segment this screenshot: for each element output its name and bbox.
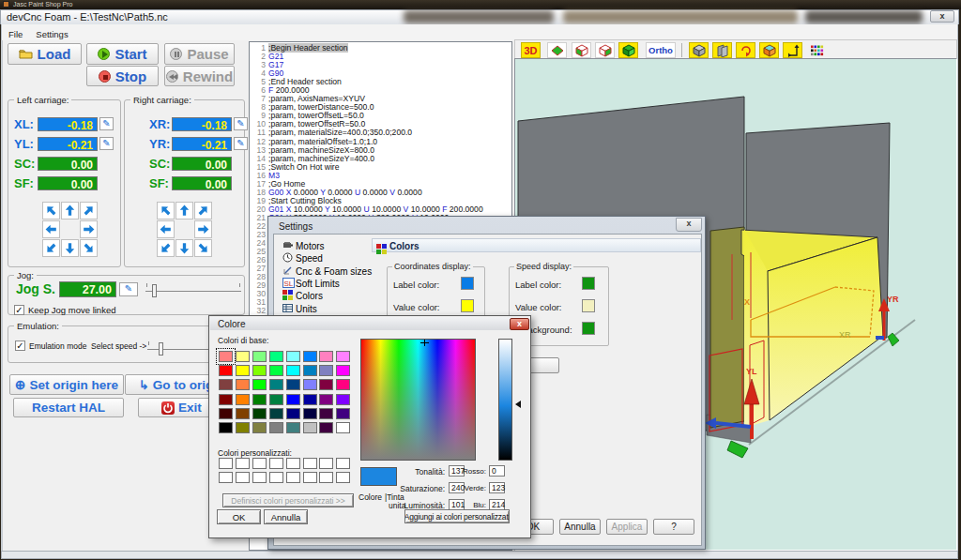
show-material-icon[interactable]: [759, 42, 779, 58]
jog-arrow-button-↑[interactable]: [175, 202, 193, 219]
custom-color-swatch[interactable]: [219, 472, 233, 483]
view-top-icon[interactable]: [547, 42, 567, 58]
ortho-button[interactable]: Ortho: [646, 42, 676, 58]
basic-color-swatch[interactable]: [303, 422, 317, 433]
basic-color-swatch[interactable]: [219, 408, 233, 419]
define-custom-colors-button[interactable]: Definisci colori personalizzati >>: [222, 493, 354, 507]
jog-arrow-button-←[interactable]: [42, 220, 60, 238]
settings-annulla-button[interactable]: Annulla: [559, 519, 601, 535]
basic-color-swatch[interactable]: [252, 351, 267, 362]
jog-arrow-button-↓[interactable]: [61, 239, 79, 257]
field-value[interactable]: 0: [489, 465, 505, 477]
basic-color-swatch[interactable]: [336, 394, 350, 405]
jog-arrow-button-↖[interactable]: [157, 202, 175, 219]
basic-color-swatch[interactable]: [219, 422, 233, 433]
basic-color-swatch[interactable]: [286, 379, 300, 390]
field-value[interactable]: 240: [449, 482, 465, 493]
basic-color-swatch[interactable]: [219, 379, 233, 390]
basic-color-swatch[interactable]: [319, 408, 333, 419]
settings-close-button[interactable]: x: [676, 218, 702, 232]
jog-arrow-button-↓[interactable]: [175, 239, 193, 257]
jog-edit-button[interactable]: ✎: [119, 282, 138, 296]
jog-arrow-button-↗[interactable]: [80, 202, 98, 219]
view-front-icon[interactable]: [572, 42, 591, 58]
custom-color-swatch[interactable]: [286, 458, 300, 469]
basic-color-swatch[interactable]: [303, 394, 317, 405]
emulation-slider-thumb[interactable]: [159, 342, 163, 356]
settings-tree-item-units[interactable]: Units: [282, 303, 395, 315]
jog-arrow-button-→[interactable]: [80, 220, 98, 238]
jog-arrow-button-→[interactable]: [194, 220, 212, 238]
luminosity-slider-arrow[interactable]: [515, 401, 521, 408]
basic-color-swatch[interactable]: [269, 379, 283, 390]
show-block-icon[interactable]: [689, 42, 709, 58]
ok-button[interactable]: OK: [217, 509, 261, 524]
basic-color-swatch[interactable]: [303, 379, 317, 390]
pause-button[interactable]: Pause: [164, 43, 235, 65]
custom-color-swatch[interactable]: [303, 472, 317, 483]
edit-value-button[interactable]: ✎: [99, 117, 114, 130]
custom-color-swatch[interactable]: [252, 472, 267, 483]
basic-color-swatch[interactable]: [236, 351, 250, 362]
basic-color-swatch[interactable]: [236, 365, 250, 376]
start-button[interactable]: Start: [86, 43, 159, 65]
custom-color-swatch[interactable]: [236, 472, 250, 483]
field-value[interactable]: 123: [489, 482, 505, 493]
settings-applica-button[interactable]: Applica: [606, 519, 648, 535]
view-iso-icon[interactable]: [618, 42, 638, 58]
basic-color-swatch[interactable]: [252, 408, 267, 419]
settings-tree-item-cnc-foam-sizes[interactable]: Cnc & Foam sizes: [282, 265, 395, 278]
basic-color-swatch[interactable]: [252, 379, 267, 390]
jog-arrow-button-↗[interactable]: [194, 202, 212, 219]
jog-arrow-button-↘[interactable]: [80, 239, 98, 257]
jog-arrow-button-↘[interactable]: [194, 239, 212, 257]
jog-arrow-button-←[interactable]: [157, 220, 175, 238]
keep-jog-linked-checkbox[interactable]: ✓: [14, 305, 24, 315]
custom-color-swatch[interactable]: [336, 458, 350, 469]
basic-color-swatch[interactable]: [336, 422, 350, 433]
view-side-icon[interactable]: [595, 42, 615, 58]
custom-color-swatch[interactable]: [286, 472, 300, 483]
custom-color-swatch[interactable]: [319, 472, 333, 483]
color-swatch[interactable]: [461, 299, 474, 312]
basic-color-swatch[interactable]: [319, 422, 333, 433]
custom-color-swatch[interactable]: [269, 472, 283, 483]
basic-color-swatch[interactable]: [286, 408, 300, 419]
custom-color-swatch[interactable]: [336, 472, 350, 483]
basic-color-swatch[interactable]: [236, 379, 250, 390]
basic-color-swatch[interactable]: [336, 408, 350, 419]
show-axes-icon[interactable]: [783, 42, 802, 58]
jog-slider-thumb[interactable]: [152, 284, 157, 297]
basic-color-swatch[interactable]: [219, 351, 233, 362]
jog-arrow-button-↙[interactable]: [157, 239, 175, 257]
custom-color-swatch[interactable]: [319, 458, 333, 469]
custom-color-swatch[interactable]: [269, 458, 283, 469]
show-planes-icon[interactable]: [712, 42, 732, 58]
load-button[interactable]: Load: [8, 43, 82, 65]
basic-color-swatch[interactable]: [236, 422, 250, 433]
basic-color-swatch[interactable]: [269, 351, 283, 362]
custom-color-swatch[interactable]: [252, 458, 267, 469]
settings-tree-item-soft-limits[interactable]: SLSoft Limits: [282, 278, 395, 290]
basic-color-swatch[interactable]: [219, 365, 233, 376]
basic-color-swatch[interactable]: [303, 408, 317, 419]
custom-color-swatch[interactable]: [303, 458, 317, 469]
basic-color-swatch[interactable]: [252, 394, 267, 405]
rewind-button[interactable]: Rewind: [164, 66, 235, 86]
edit-value-button[interactable]: ✎: [234, 137, 248, 150]
set-origin-button[interactable]: ⊕ Set origin here: [9, 374, 124, 395]
basic-color-swatch[interactable]: [319, 365, 333, 376]
emulation-mode-checkbox[interactable]: ✓: [15, 341, 25, 351]
basic-color-swatch[interactable]: [269, 408, 283, 419]
color-dialog-close-button[interactable]: x: [510, 318, 529, 330]
basic-color-swatch[interactable]: [319, 379, 333, 390]
stop-button[interactable]: Stop: [86, 66, 159, 86]
basic-color-swatch[interactable]: [303, 365, 317, 376]
basic-color-swatch[interactable]: [319, 351, 333, 362]
basic-color-swatch[interactable]: [286, 365, 300, 376]
basic-color-swatch[interactable]: [236, 408, 250, 419]
basic-color-swatch[interactable]: [319, 394, 333, 405]
cancel-button[interactable]: Annulla: [264, 509, 308, 524]
add-custom-color-button[interactable]: Aggiungi ai colori personalizzati: [404, 509, 510, 523]
basic-color-swatch[interactable]: [336, 351, 350, 362]
